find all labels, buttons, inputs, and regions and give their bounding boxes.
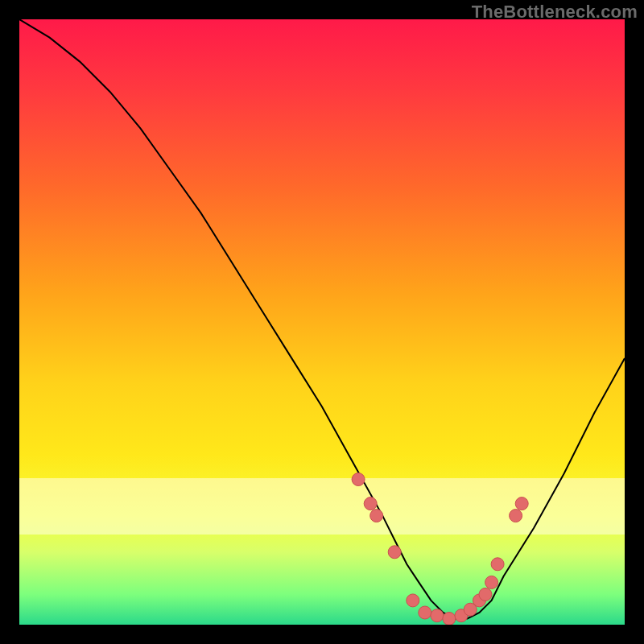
chart-frame: TheBottleneck.com bbox=[0, 0, 644, 644]
chart-plot-area bbox=[19, 19, 625, 625]
data-point bbox=[491, 558, 504, 571]
data-point bbox=[419, 606, 431, 619]
curve-path bbox=[19, 19, 625, 619]
data-point bbox=[485, 576, 498, 588]
watermark-text: TheBottleneck.com bbox=[472, 2, 638, 23]
data-point bbox=[388, 546, 401, 559]
chart-svg bbox=[19, 19, 625, 625]
data-point bbox=[352, 473, 365, 486]
data-point bbox=[510, 510, 522, 522]
data-point bbox=[479, 588, 492, 601]
data-point bbox=[443, 613, 456, 625]
data-point bbox=[407, 594, 419, 607]
data-point bbox=[370, 510, 383, 522]
data-point bbox=[515, 497, 528, 510]
data-point bbox=[431, 609, 444, 622]
data-point bbox=[364, 497, 377, 510]
